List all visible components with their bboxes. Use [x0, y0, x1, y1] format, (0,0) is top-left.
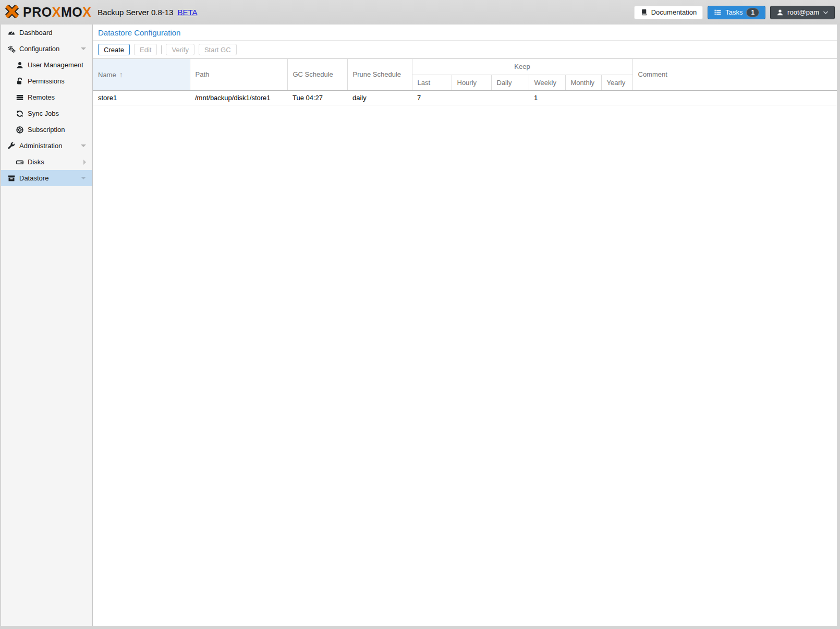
create-button[interactable]: Create — [98, 44, 130, 55]
column-header-prune-schedule[interactable]: Prune Schedule — [347, 59, 412, 90]
column-header-path[interactable]: Path — [190, 59, 287, 90]
brand-wordmark: PROXMOX — [23, 5, 91, 20]
content-panel: Datastore Configuration Create Edit Veri… — [93, 25, 837, 626]
product-version-label: Backup Server 0.8-13 — [98, 8, 173, 17]
cell-name: store1 — [93, 90, 190, 105]
user-icon — [16, 61, 24, 69]
cell-keep-monthly — [565, 90, 601, 105]
column-header-keep-weekly[interactable]: Weekly — [529, 75, 565, 90]
column-header-keep-last[interactable]: Last — [412, 75, 452, 90]
cell-keep-weekly: 1 — [529, 90, 565, 105]
column-group-keep: Keep — [412, 59, 632, 75]
table-row[interactable]: store1 /mnt/backup/disk1/store1 Tue 04:2… — [93, 90, 837, 105]
cell-prune-schedule: daily — [347, 90, 412, 105]
sidebar-item-label: User Management — [28, 61, 83, 69]
sidebar-item-disks[interactable]: Disks — [1, 154, 92, 170]
navigation-sidebar: Dashboard Configuration User — [1, 25, 93, 626]
dashboard-icon — [7, 29, 16, 37]
user-menu-button[interactable]: root@pam — [770, 6, 835, 19]
sidebar-item-label: Sync Jobs — [28, 110, 59, 117]
beta-link[interactable]: BETA — [177, 8, 197, 17]
sort-ascending-icon: ↑ — [119, 70, 123, 79]
start-gc-button[interactable]: Start GC — [199, 44, 237, 55]
column-header-keep-hourly[interactable]: Hourly — [452, 75, 491, 90]
sidebar-item-label: Remotes — [28, 93, 55, 101]
edit-button[interactable]: Edit — [134, 44, 157, 55]
sidebar-item-administration[interactable]: Administration — [1, 138, 92, 154]
gears-icon — [7, 45, 16, 53]
sidebar-item-label: Subscription — [28, 126, 65, 134]
sidebar-item-remotes[interactable]: Remotes — [1, 89, 92, 105]
sidebar-item-permissions[interactable]: Permissions — [1, 73, 92, 89]
tasks-button[interactable]: Tasks 1 — [708, 6, 765, 19]
sidebar-item-dashboard[interactable]: Dashboard — [1, 25, 92, 41]
sidebar-item-datastore[interactable]: Datastore — [1, 170, 92, 186]
wrench-icon — [7, 142, 16, 150]
sidebar-item-label: Dashboard — [19, 29, 53, 37]
configuration-collapse-icon[interactable] — [81, 47, 86, 50]
support-ring-icon — [16, 126, 24, 134]
sidebar-item-configuration[interactable]: Configuration — [1, 41, 92, 57]
column-header-keep-monthly[interactable]: Monthly — [565, 75, 601, 90]
user-icon — [776, 9, 784, 16]
top-header-bar: PROXMOX Backup Server 0.8-13 BETA Docume… — [0, 0, 840, 25]
column-header-gc-schedule[interactable]: GC Schedule — [287, 59, 347, 90]
verify-button[interactable]: Verify — [166, 44, 194, 55]
proxmox-x-logo-icon — [4, 4, 20, 21]
sidebar-item-label: Administration — [19, 142, 62, 150]
cell-keep-daily — [491, 90, 529, 105]
page-title: Datastore Configuration — [93, 25, 837, 41]
datastore-collapse-icon[interactable] — [81, 177, 86, 179]
datastore-toolbar: Create Edit Verify Start GC — [93, 41, 837, 59]
sidebar-item-label: Permissions — [28, 77, 65, 85]
disks-expand-icon[interactable] — [83, 160, 86, 165]
chevron-down-icon — [823, 10, 829, 15]
hard-disk-icon — [16, 158, 24, 166]
cell-keep-last: 7 — [412, 90, 452, 105]
proxmox-logo: PROXMOX — [4, 4, 91, 21]
sidebar-item-label: Disks — [28, 158, 44, 166]
sidebar-item-subscription[interactable]: Subscription — [1, 122, 92, 138]
sync-icon — [16, 110, 24, 118]
cell-path: /mnt/backup/disk1/store1 — [190, 90, 287, 105]
sidebar-item-label: Datastore — [19, 174, 48, 182]
documentation-button[interactable]: Documentation — [634, 6, 703, 19]
sidebar-item-sync-jobs[interactable]: Sync Jobs — [1, 105, 92, 122]
task-list-icon — [714, 8, 722, 16]
server-icon — [16, 93, 24, 102]
cell-gc-schedule: Tue 04:27 — [287, 90, 347, 105]
administration-collapse-icon[interactable] — [81, 144, 86, 147]
sidebar-item-user-management[interactable]: User Management — [1, 57, 92, 73]
archive-box-icon — [7, 174, 16, 183]
column-header-comment[interactable]: Comment — [632, 59, 837, 90]
book-icon — [640, 8, 648, 16]
column-header-name[interactable]: Name↑ — [93, 59, 190, 90]
cell-keep-hourly — [452, 90, 491, 105]
cell-comment — [632, 90, 837, 105]
toolbar-separator — [161, 45, 162, 54]
tasks-count-badge: 1 — [746, 8, 759, 17]
column-header-keep-yearly[interactable]: Yearly — [601, 75, 632, 90]
datastore-table: Name↑ Path GC Schedule Prune Schedule Ke… — [93, 59, 837, 105]
unlock-icon — [16, 77, 24, 86]
cell-keep-yearly — [601, 90, 632, 105]
column-header-keep-daily[interactable]: Daily — [491, 75, 529, 90]
sidebar-item-label: Configuration — [19, 45, 59, 53]
